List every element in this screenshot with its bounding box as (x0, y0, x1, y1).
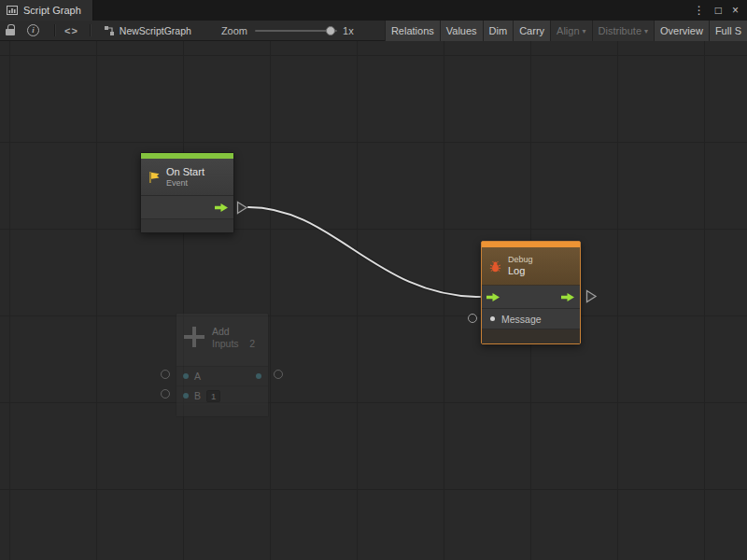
titlebar: Script Graph ⋮ □ × (0, 0, 747, 21)
flow-output-port-icon[interactable] (215, 203, 229, 213)
node-title: On Start (166, 166, 204, 178)
bug-icon (488, 259, 502, 273)
chevron-down-icon: ▾ (583, 27, 586, 35)
add-output-marker-icon[interactable] (274, 370, 283, 379)
debug-log-header: Debug Log (482, 247, 580, 286)
graph-name-label: NewScriptGraph (120, 25, 191, 36)
value-output-port-icon[interactable] (256, 373, 261, 379)
tab-script-graph[interactable]: Script Graph (0, 0, 93, 21)
code-icon[interactable]: <> (64, 25, 78, 36)
flow-output-marker-icon[interactable] (585, 289, 598, 303)
value-input-port-icon[interactable] (183, 393, 189, 399)
zoom-label: Zoom (221, 25, 247, 36)
add-input-a-marker-icon[interactable] (161, 370, 170, 379)
add-input-a-row: A (176, 366, 268, 385)
close-icon[interactable]: × (732, 0, 739, 21)
relations-button[interactable]: Relations (385, 21, 440, 41)
add-input-b-row: B 1 (176, 385, 268, 405)
add-node-header: Add Inputs 2 (176, 314, 268, 366)
fullscreen-button[interactable]: Full S (709, 21, 747, 41)
toolbar-buttons: Relations Values Dim Carry Align▾ Distri… (385, 21, 747, 41)
flag-icon (148, 171, 161, 184)
distribute-dropdown[interactable]: Distribute▾ (592, 21, 654, 41)
node-footer (482, 329, 580, 343)
zoom-slider[interactable] (255, 30, 337, 32)
graph-canvas[interactable]: On Start Event (0, 41, 747, 560)
input-count: 2 (249, 338, 255, 350)
window-controls: ⋮ □ × (694, 0, 747, 21)
node-subtitle: Event (166, 178, 204, 189)
node-category: Debug (508, 255, 533, 265)
carry-button[interactable]: Carry (513, 21, 550, 41)
graph-window-icon (7, 5, 18, 16)
node-footer (141, 219, 233, 232)
dim-button[interactable]: Dim (483, 21, 514, 41)
overview-button[interactable]: Overview (654, 21, 709, 41)
chevron-down-icon: ▾ (644, 27, 648, 35)
graph-asset-icon (104, 25, 115, 36)
message-port-label: Message (501, 314, 542, 325)
node-subtitle: Inputs (212, 338, 239, 350)
tab-title: Script Graph (23, 5, 81, 16)
connection-on-start-to-log[interactable] (0, 41, 747, 560)
value-input-port-icon[interactable] (490, 316, 495, 321)
node-title: Add (212, 326, 255, 338)
zoom-value: 1x (343, 25, 354, 36)
node-footer (176, 405, 268, 416)
kebab-menu-icon[interactable]: ⋮ (694, 0, 705, 21)
zoom-knob[interactable] (326, 26, 335, 35)
info-icon[interactable]: i (27, 24, 39, 36)
flow-input-port-icon[interactable] (486, 292, 500, 302)
graph-toolbar: i <> NewScriptGraph Zoom 1x Relations Va… (0, 21, 747, 41)
flow-start-marker-icon[interactable] (236, 201, 248, 215)
node-debug-log[interactable]: Debug Log Message (481, 241, 581, 344)
flow-output-port-icon[interactable] (561, 292, 575, 302)
message-input-marker-icon[interactable] (468, 314, 477, 323)
script-graph-window: Script Graph ⋮ □ × i <> NewScriptGraph Z… (0, 0, 747, 560)
node-add[interactable]: Add Inputs 2 A B 1 (176, 313, 269, 417)
values-button[interactable]: Values (440, 21, 483, 41)
input-a-label: A (194, 371, 201, 382)
debug-message-port-row: Message (482, 309, 580, 329)
input-b-value-field[interactable]: 1 (206, 390, 220, 402)
align-dropdown[interactable]: Align▾ (550, 21, 591, 41)
on-start-header: On Start Event (141, 159, 233, 196)
lock-icon[interactable] (6, 29, 15, 35)
maximize-icon[interactable]: □ (715, 0, 722, 21)
input-b-label: B (194, 390, 201, 401)
plus-icon (184, 326, 204, 348)
debug-flow-port-row (482, 286, 580, 309)
add-input-b-marker-icon[interactable] (161, 389, 170, 399)
node-title: Log (508, 265, 533, 277)
value-input-port-icon[interactable] (183, 373, 189, 379)
node-on-start[interactable]: On Start Event (140, 152, 234, 233)
on-start-port-row (141, 196, 233, 219)
